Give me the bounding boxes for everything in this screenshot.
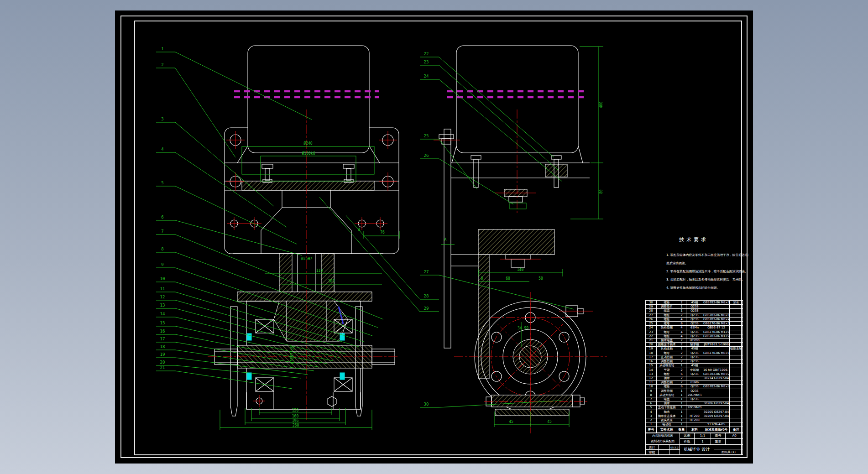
svg-text:18: 18: [160, 344, 165, 349]
qty-value: 1: [695, 439, 711, 445]
bom-cell: 45钢: [686, 301, 703, 304]
svg-text:30: 30: [424, 402, 429, 406]
design-date: 05.5.2: [669, 445, 680, 450]
dim-text: 100: [328, 279, 335, 283]
bom-cell: 调整垫片: [657, 305, 677, 308]
bom-row-6: 6轴承130206 GB297-84: [646, 401, 743, 406]
bom-header-cell: 备注: [730, 427, 743, 433]
title-block: 内齿轮铣齿机床 铣削动力头装配图 比例 1:1 图号 A0 件数 1 重量 设计…: [645, 432, 743, 455]
qty-label: 件数: [680, 439, 695, 445]
bom-row-30: 30螺栓245钢GB5782-86 M6×140加长: [646, 301, 743, 305]
svg-text:21: 21: [160, 365, 165, 370]
bom-cell: 螺栓: [657, 313, 677, 317]
bom-cell: 电动机: [657, 422, 677, 426]
bom-row-7: 7端盖1Q235: [646, 397, 743, 401]
tech-note-4: 3. 齿轮装配时，轴承以及各传动轴应运转灵活、无卡阻。: [666, 277, 748, 282]
bom-cell: 铣削主轴: [730, 347, 743, 350]
bom-cell: [686, 422, 703, 426]
bom-row-20: 20圆锥滚子轴承2轴承钢JB/T9163.1-1999: [646, 343, 743, 347]
bom-cell: 30206 GB297-84: [703, 401, 730, 405]
svg-text:12: 12: [160, 295, 165, 299]
parts-list-table[interactable]: 30螺栓245钢GB5782-86 M6×140加长29调整垫片1Q23528端…: [645, 300, 743, 433]
bom-cell: 30209 GB297-84: [703, 414, 730, 418]
bom-cell: 1: [677, 364, 686, 367]
bom-row-9: 9调整垫圈1Q235: [646, 389, 743, 393]
bom-cell: [703, 347, 730, 350]
bom-cell: 3: [646, 414, 657, 418]
bom-cell: 螺母: [657, 322, 677, 325]
bom-cell: 中碳钢: [686, 368, 703, 372]
bom-cell: 30205 GB297-84: [703, 410, 730, 414]
bom-cell: 1: [677, 406, 686, 409]
svg-text:4: 4: [161, 147, 163, 151]
bom-cell: GB5782-86 M6×100: [703, 313, 730, 317]
bom-cell: [730, 410, 743, 414]
bom-cell: Q235: [686, 322, 703, 325]
leader-6: 6: [156, 215, 302, 255]
svg-text:16: 16: [160, 329, 165, 333]
bom-cell: 2: [677, 351, 686, 355]
bom-cell: 2: [677, 313, 686, 317]
dim-text: 76: [380, 230, 385, 234]
bom-row-1: 1电动机1Y132M-4-B5: [646, 422, 743, 427]
bom-cell: 轴承座连接体: [657, 414, 677, 418]
bom-cell: 30214 GB297-84: [703, 376, 730, 380]
bom-cell: [730, 364, 743, 367]
scale-label: 比例: [680, 433, 695, 439]
svg-text:10: 10: [160, 276, 165, 281]
bom-cell: 圆锥滚子轴承: [657, 343, 677, 346]
bom-cell: 7: [646, 397, 657, 401]
bom-cell: 调整垫圈: [657, 359, 677, 363]
bom-cell: 1: [677, 305, 686, 308]
bom-cell: [730, 339, 743, 342]
bom-cell: 16: [646, 359, 657, 363]
bom-row-24: 24防松垫圈465MnGB93-87 12: [646, 326, 743, 330]
bom-cell: 21: [646, 339, 657, 342]
bom-cell: 8: [646, 393, 657, 397]
drawing-title-line1: 内齿轮铣齿机床: [646, 433, 680, 438]
backplate-bolt: [439, 135, 454, 144]
bom-cell: GB93-87 12: [703, 326, 730, 329]
svg-text:14: 14: [160, 312, 165, 316]
bom-cell: [703, 359, 730, 363]
bom-cell: 轴承钢: [686, 343, 703, 346]
bom-cell: 螺栓: [657, 301, 677, 304]
bom-row-8: 8从动大齿轮120CrMnTi: [646, 393, 743, 397]
bom-cell: 24: [646, 326, 657, 329]
bom-cell: 17: [646, 355, 657, 359]
bom-row-22: 22螺栓4Q235GB5782-86 M12×30: [646, 334, 743, 339]
bom-cell: GB6170-86 M8×1: [703, 322, 730, 325]
bom-cell: 平键: [657, 368, 677, 372]
dim-text: 120: [292, 408, 299, 412]
bom-cell: Q235: [686, 313, 703, 317]
svg-text:23: 23: [424, 60, 429, 64]
bom-cell: 30: [646, 301, 657, 304]
dim-text: 160: [292, 414, 299, 418]
bom-row-23: 23螺母4Q235GB6170-86 M12×1.5: [646, 330, 743, 334]
bom-cell: [686, 376, 703, 380]
bom-cell: [730, 322, 743, 325]
bom-row-3: 3轴承座连接体1HT20030209 GB297-84: [646, 414, 743, 418]
bom-cell: Q235: [686, 334, 703, 338]
svg-text:29: 29: [424, 306, 429, 311]
bom-row-14: 14平键2中碳钢16 h9 GB/T1096-79: [646, 368, 743, 372]
bom-cell: Q235: [686, 359, 703, 363]
svg-text:27: 27: [424, 270, 429, 274]
bom-cell: [730, 359, 743, 363]
bom-row-18: 18螺母2Q235GB6170-86 M6×1.5: [646, 351, 743, 355]
bom-cell: [703, 397, 730, 401]
bom-cell: [703, 406, 730, 409]
svg-text:15: 15: [160, 321, 165, 325]
bom-cell: [730, 397, 743, 401]
check-date: [669, 450, 680, 454]
bom-cell: 29: [646, 305, 657, 308]
svg-text:11: 11: [160, 286, 165, 291]
svg-text:3: 3: [161, 117, 163, 121]
motor-front: [248, 46, 369, 153]
dim-text: 60: [506, 276, 510, 281]
design-name: [659, 445, 669, 450]
bom-cell: GB5782-86 M8×25: [703, 385, 730, 388]
bom-row-29: 29调整垫片1Q235: [646, 305, 743, 309]
bom-cell: [730, 330, 743, 334]
svg-text:25: 25: [424, 134, 429, 138]
